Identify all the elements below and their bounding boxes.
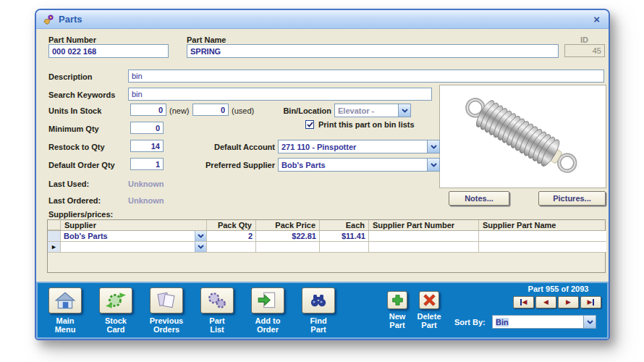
table-new-row[interactable]: ► [48,242,605,253]
chevron-down-icon[interactable] [195,231,206,241]
default-account-dropdown[interactable]: 271 110 - Pinspotter [278,140,440,153]
each-cell[interactable]: $11.41 [320,231,369,242]
col-pack-qty: Pack Qty [207,220,256,230]
bottom-toolbar: MainMenu StockCard PreviousOrders [36,282,609,339]
row-selector[interactable] [48,231,61,242]
add-to-order-label: Add to [245,316,290,325]
record-navigation: ◀ ◀ ▶ ▶ [513,296,601,308]
delete-part-label: Delete [407,312,452,321]
last-used-value: Unknown [128,180,164,188]
minimum-qty-label: Minimum Qty [48,125,99,133]
bin-location-dropdown[interactable]: Elevator - [334,104,411,117]
house-icon [54,291,76,310]
supplier-cell-dropdown[interactable] [61,242,207,253]
window-title: Parts [59,14,82,25]
description-label: Description [48,72,93,81]
documents-icon [156,291,177,310]
units-new-suffix: (new) [169,106,190,115]
next-record-icon: ▶ [566,299,571,306]
part-number-label: Part Number [48,35,96,44]
row-marker-icon: ► [51,243,57,251]
nav-next-button[interactable]: ▶ [558,296,579,308]
supplier-cell-dropdown[interactable]: Bob's Parts [61,231,207,242]
pack-qty-cell[interactable]: 2 [207,231,256,242]
add-document-icon [257,291,279,310]
col-pack-price: Pack Price [256,220,320,230]
previous-orders-button[interactable] [150,287,183,313]
restock-field[interactable] [130,140,164,152]
bin-location-label: Bin/Location [275,106,331,115]
add-to-order-button[interactable] [251,287,284,313]
part-name-field[interactable] [187,44,559,58]
stock-gears-icon [105,291,127,310]
find-part-button[interactable] [302,287,335,313]
preferred-supplier-dropdown[interactable]: Bob's Parts [278,158,440,172]
units-in-stock-label: Units In Stock [48,106,101,115]
title-bar[interactable]: Parts × [36,10,609,29]
table-row[interactable]: Bob's Parts 2 $22.81 $11.41 [48,231,605,242]
id-field [564,44,605,57]
main-menu-button[interactable] [48,287,82,313]
col-supplier: Supplier [61,220,207,230]
stock-card-label: Stock [93,316,138,325]
units-used-suffix: (used) [232,106,254,115]
default-order-qty-label: Default Order Qty [48,161,115,169]
print-bin-label: Print this part on bin lists [318,120,415,129]
parts-window: Parts × Part Number Part Name ID Descrip… [35,9,610,340]
chevron-down-icon[interactable] [398,104,410,117]
last-ordered-label: Last Ordered: [48,196,101,205]
default-account-label: Default Account [203,143,275,151]
preferred-supplier-label: Preferred Supplier [197,161,275,169]
stock-card-button[interactable] [99,287,132,313]
part-image [439,85,606,188]
find-part-label: Find [296,316,341,325]
new-part-button[interactable] [387,291,407,309]
nav-first-button[interactable]: ◀ [513,296,534,308]
search-keywords-field[interactable] [128,88,432,101]
green-plus-icon [391,294,404,306]
units-new-field[interactable] [130,104,166,116]
part-name-label: Part Name [187,35,226,44]
id-label: ID [580,35,588,44]
binoculars-icon [308,292,329,309]
chevron-down-icon[interactable] [427,159,439,171]
chevron-down-icon[interactable] [583,316,596,328]
print-bin-checkbox[interactable] [305,120,314,129]
close-icon[interactable]: × [591,14,602,25]
delete-part-button[interactable] [419,291,439,309]
pack-price-cell[interactable]: $22.81 [256,231,320,242]
pictures-button[interactable]: Pictures... [538,191,606,206]
red-x-icon [423,294,436,306]
supplier-part-number-cell[interactable] [369,231,479,242]
nav-last-button[interactable]: ▶ [580,296,601,308]
last-used-label: Last Used: [48,180,89,188]
suppliers-table-header: Supplier Pack Qty Pack Price Each Suppli… [48,220,605,231]
restock-label: Restock to Qty [48,143,105,151]
units-used-field[interactable] [192,104,229,116]
supplier-part-name-cell[interactable] [479,231,606,242]
suppliers-table: Supplier Pack Qty Pack Price Each Suppli… [47,219,606,273]
chevron-down-icon[interactable] [195,242,206,252]
new-row-selector[interactable]: ► [48,242,61,253]
nav-previous-button[interactable]: ◀ [535,296,556,308]
col-supplier-part-number: Supplier Part Number [369,220,479,230]
part-list-label: Part [195,316,240,325]
chevron-down-icon[interactable] [427,140,439,153]
part-list-button[interactable] [200,287,234,313]
col-supplier-part-name: Supplier Part Name [479,220,606,230]
notes-button[interactable]: Notes... [449,191,509,206]
sort-by-dropdown[interactable]: Bin [492,315,596,329]
last-record-icon: ▶ [588,299,593,306]
main-menu-label: Main [43,316,88,325]
search-keywords-label: Search Keywords [48,90,115,99]
first-record-icon: ◀ [522,299,528,306]
record-position: Part 955 of 2093 [513,285,603,293]
default-order-qty-field[interactable] [130,158,164,170]
col-each: Each [320,220,369,230]
sort-by-label: Sort By: [454,318,486,327]
gears-icon [206,291,228,310]
minimum-qty-field[interactable] [130,122,164,134]
part-number-field[interactable] [48,44,169,58]
previous-record-icon: ◀ [543,299,548,306]
description-field[interactable] [128,70,604,83]
